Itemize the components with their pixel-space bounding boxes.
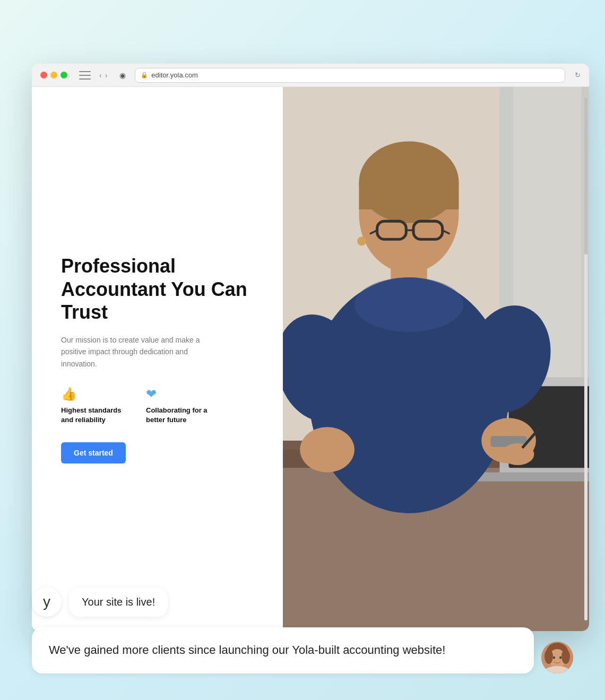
reload-button[interactable]: ↻ (575, 71, 581, 79)
forward-button[interactable]: › (105, 71, 108, 80)
browser-window: ‹ › ◉ 🔒 editor.yola.com ↻ Professional A… (32, 64, 589, 631)
svg-point-38 (553, 657, 555, 659)
svg-point-12 (359, 142, 459, 223)
chat-row-1: y Your site is live! (32, 587, 573, 617)
close-button[interactable] (40, 72, 47, 78)
back-button[interactable]: ‹ (99, 71, 102, 80)
browser-nav: ‹ › (99, 71, 107, 80)
svg-point-32 (357, 237, 366, 246)
heart-icon: ❤ (146, 387, 210, 401)
feature-2: ❤ Collaborating for a better future (146, 387, 210, 425)
user-avatar (541, 642, 573, 673)
svg-rect-13 (359, 182, 459, 209)
address-bar[interactable]: 🔒 editor.yola.com (135, 68, 565, 83)
feature-1-label: Highest standards and reliability (61, 406, 125, 425)
sidebar-toggle-icon[interactable] (79, 71, 91, 80)
hero-left-panel: Professional Accountant You Can Trust Ou… (32, 87, 283, 631)
chat-bubble-2-text: We've gained more clients since launchin… (49, 643, 445, 657)
hero-subtitle: Our mission is to create value and make … (61, 334, 210, 370)
svg-point-25 (300, 427, 355, 472)
chat-bubble-2: We've gained more clients since launchin… (32, 627, 534, 673)
chat-row-2: We've gained more clients since launchin… (32, 627, 573, 673)
maximize-button[interactable] (60, 72, 67, 78)
svg-point-39 (559, 657, 561, 659)
scrollbar-thumb[interactable] (584, 98, 587, 255)
lock-icon: 🔒 (141, 72, 148, 78)
hero-image-panel (283, 87, 590, 631)
feature-2-label: Collaborating for a better future (146, 406, 210, 425)
svg-point-37 (561, 649, 570, 664)
chat-bubble-1: Your site is live! (69, 588, 168, 617)
svg-point-36 (544, 649, 553, 664)
chat-area: y Your site is live! We've gained more c… (32, 587, 573, 673)
browser-chrome: ‹ › ◉ 🔒 editor.yola.com ↻ (32, 64, 589, 87)
scrollbar[interactable] (584, 98, 587, 620)
thumbs-up-icon: 👍 (61, 387, 125, 401)
features-row: 👍 Highest standards and reliability ❤ Co… (61, 387, 256, 425)
feature-1: 👍 Highest standards and reliability (61, 387, 125, 425)
svg-point-28 (501, 443, 534, 465)
browser-content: Professional Accountant You Can Trust Ou… (32, 87, 589, 631)
yola-avatar: y (32, 587, 62, 617)
svg-rect-9 (472, 472, 589, 482)
chat-bubble-1-text: Your site is live! (82, 596, 155, 608)
get-started-button[interactable]: Get started (61, 442, 126, 463)
url-text: editor.yola.com (151, 71, 197, 79)
minimize-button[interactable] (50, 72, 57, 78)
hero-title: Professional Accountant You Can Trust (61, 255, 256, 323)
shield-icon: ◉ (117, 69, 128, 81)
svg-point-24 (354, 277, 463, 332)
traffic-lights (40, 72, 67, 78)
